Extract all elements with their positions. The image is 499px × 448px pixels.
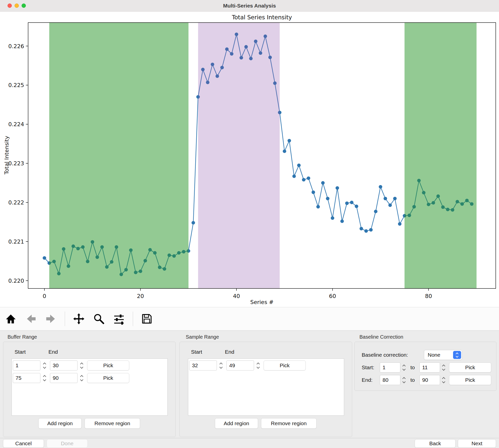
baseline-group: Baseline correction: None Start: 1 to 11… (354, 342, 496, 391)
baseline-start-from-input[interactable]: 1 (380, 362, 400, 372)
forward-icon[interactable] (45, 313, 57, 325)
buffer-row0-end-stepper[interactable] (79, 360, 85, 370)
buffer-row1-end-stepper[interactable] (79, 373, 85, 383)
baseline-start-from-value: 1 (383, 364, 386, 370)
window-title: Multi-Series Analysis (0, 0, 499, 12)
svg-text:0.223: 0.223 (8, 160, 24, 167)
home-icon[interactable] (5, 313, 17, 325)
sample-row0-end-stepper[interactable] (255, 360, 261, 370)
baseline-correction-select[interactable]: None (424, 350, 462, 360)
baseline-correction-value: None (428, 352, 440, 358)
baseline-correction-label: Baseline correction: (362, 352, 408, 358)
baseline-end-from-stepper[interactable] (401, 375, 407, 385)
buffer-row1-end-input[interactable]: 90 (50, 373, 78, 383)
svg-text:0.220: 0.220 (8, 278, 24, 284)
sample-row0-start-value: 32 (192, 362, 198, 368)
popup-stepper-icon (453, 351, 461, 359)
buffer-row0-end-value: 30 (53, 362, 58, 368)
buffer-range-group: Start End 1 30 Pick 75 90 Pick Add regio… (3, 342, 176, 437)
next-button[interactable]: Next (458, 439, 496, 448)
sample-remove-region-button[interactable]: Remove region (261, 418, 317, 429)
sample-range-title: Sample Range (186, 334, 219, 340)
sample-row0-pick-button[interactable]: Pick (264, 360, 306, 370)
baseline-end-from-value: 80 (383, 377, 388, 383)
back-icon[interactable] (25, 313, 37, 325)
baseline-start-label: Start: (362, 364, 374, 370)
buffer-row1-pick-button[interactable]: Pick (87, 373, 129, 383)
sample-range-group: Start End 32 49 Pick Add region Remove r… (179, 342, 352, 437)
svg-text:0.221: 0.221 (8, 239, 24, 245)
buffer-row1-end-value: 90 (53, 375, 58, 381)
buffer-row1-start-value: 75 (16, 375, 21, 381)
sample-add-region-button[interactable]: Add region (215, 418, 258, 429)
buffer-remove-region-button[interactable]: Remove region (85, 418, 140, 429)
sample-row0-end-input[interactable]: 49 (226, 360, 254, 370)
sample-end-header: End (225, 349, 234, 355)
sample-row0-start-input[interactable]: 32 (189, 360, 217, 370)
baseline-end-from-input[interactable]: 80 (380, 375, 400, 385)
svg-text:0.222: 0.222 (8, 199, 24, 206)
chart-title: Total Series Intensity (28, 14, 496, 21)
baseline-start-to-stepper[interactable] (441, 362, 447, 372)
buffer-row1-start-stepper[interactable] (41, 373, 47, 383)
back-button[interactable]: Back (415, 439, 456, 448)
baseline-end-to-stepper[interactable] (441, 375, 447, 385)
pan-icon[interactable] (73, 313, 85, 325)
buffer-start-header: Start (15, 349, 26, 355)
done-button[interactable]: Done (47, 439, 88, 448)
baseline-start-to-label: to (410, 364, 415, 370)
save-icon[interactable] (141, 313, 153, 325)
sample-row0-start-stepper[interactable] (218, 360, 224, 370)
sample-range-list[interactable]: 32 49 Pick (188, 358, 344, 416)
buffer-row0-start-stepper[interactable] (41, 360, 47, 370)
buffer-range-list[interactable]: 1 30 Pick 75 90 Pick (12, 358, 168, 416)
baseline-start-to-value: 11 (422, 364, 428, 370)
baseline-start-from-stepper[interactable] (401, 362, 407, 372)
svg-text:0.225: 0.225 (8, 82, 24, 88)
baseline-start-to-input[interactable]: 11 (419, 362, 440, 372)
buffer-row1-start-input[interactable]: 75 (13, 373, 40, 383)
buffer-end-header: End (48, 349, 58, 355)
baseline-end-to-value: 90 (422, 377, 428, 383)
baseline-end-to-label: to (410, 377, 415, 383)
svg-text:80: 80 (425, 293, 432, 299)
toolbar-separator (65, 312, 65, 326)
x-axis-label: Series # (28, 299, 496, 305)
buffer-range-title: Buffer Range (8, 334, 37, 340)
configure-sliders-icon[interactable] (113, 313, 125, 325)
svg-text:40: 40 (233, 293, 240, 299)
buffer-row0-start-value: 1 (16, 362, 19, 368)
buffer-row0-end-input[interactable]: 30 (50, 360, 78, 370)
chart-area: 0204060800.2200.2210.2220.2230.2240.2250… (0, 12, 499, 307)
main-window: Multi-Series Analysis 0204060800.2200.22… (0, 0, 499, 448)
buffer-row0-start-input[interactable]: 1 (13, 360, 40, 370)
svg-text:0: 0 (43, 293, 46, 299)
baseline-end-label: End: (362, 377, 372, 383)
controls-panel: Buffer Range Start End 1 30 Pick 75 90 P… (0, 331, 499, 438)
footer-bar: Cancel Done Back Next (0, 438, 499, 448)
sample-start-header: Start (191, 349, 202, 355)
zoom-icon[interactable] (93, 313, 105, 325)
baseline-end-pick-button[interactable]: Pick (449, 375, 491, 385)
buffer-row0-pick-button[interactable]: Pick (87, 360, 129, 370)
buffer-add-region-button[interactable]: Add region (38, 418, 82, 429)
baseline-start-pick-button[interactable]: Pick (449, 362, 491, 372)
sample-row0-end-value: 49 (229, 362, 235, 368)
svg-text:60: 60 (329, 293, 336, 299)
svg-text:0.226: 0.226 (8, 43, 24, 49)
titlebar: Multi-Series Analysis (0, 0, 499, 12)
cancel-button[interactable]: Cancel (3, 439, 44, 448)
toolbar-separator (133, 312, 133, 326)
baseline-title: Baseline Correction (359, 334, 403, 340)
y-axis-label: Total Intensity (4, 118, 10, 193)
intensity-plot[interactable]: 0204060800.2200.2210.2220.2230.2240.2250… (0, 12, 499, 307)
plot-toolbar (0, 307, 499, 331)
svg-text:0.224: 0.224 (8, 121, 24, 127)
baseline-end-to-input[interactable]: 90 (419, 375, 440, 385)
svg-text:20: 20 (137, 293, 144, 299)
